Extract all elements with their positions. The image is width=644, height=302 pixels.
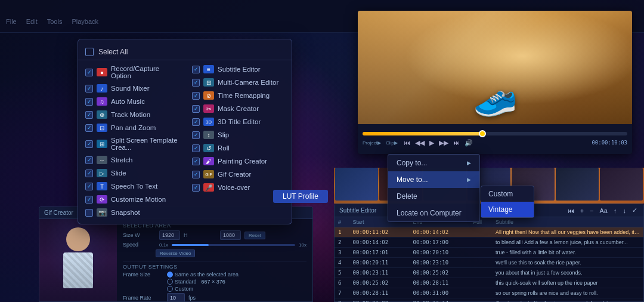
menu-cb-splitscreen[interactable] bbox=[85, 140, 93, 148]
table-row[interactable]: 4 00:00:20:11 00:00:23:10 We'll use this… bbox=[335, 258, 643, 268]
sub-down-btn[interactable]: ↓ bbox=[622, 207, 628, 214]
menu-item-gif[interactable]: GIF Gif Creator bbox=[185, 168, 292, 181]
play-btn[interactable]: ▶ bbox=[428, 139, 435, 147]
menu-item-automusic[interactable]: ♫ Auto Music bbox=[78, 95, 185, 108]
subtitle-table-body: 1 00:00:11:02 00:00:14:02 All right then… bbox=[335, 227, 643, 303]
speed-slider[interactable] bbox=[172, 244, 295, 246]
menu-item-3dtitle[interactable]: 3D 3D Title Editor bbox=[185, 115, 292, 128]
submenu-custom[interactable]: Custom bbox=[481, 186, 534, 202]
menu-cb-slip[interactable] bbox=[192, 131, 200, 139]
reverse-row: Reverse Video bbox=[123, 249, 306, 257]
size-w-input[interactable] bbox=[159, 230, 180, 240]
row-subtitle: this quick-soak will soften up the rice … bbox=[492, 278, 643, 288]
menu-item-slip[interactable]: ↕ Slip bbox=[185, 128, 292, 141]
select-all-item[interactable]: Select All bbox=[78, 44, 292, 60]
menu-cb-painting[interactable] bbox=[192, 158, 200, 165]
table-row[interactable]: 5 00:00:23:11 00:00:25:02 you about that… bbox=[335, 268, 643, 278]
menu-cb-3dtitle[interactable] bbox=[192, 118, 200, 126]
menu-item-panzoom[interactable]: ⊡ Pan and Zoom bbox=[78, 121, 185, 134]
thumb-6[interactable] bbox=[556, 168, 599, 201]
sub-skip-btn[interactable]: ⏮ bbox=[566, 207, 575, 214]
menu-item-slide[interactable]: ▷ Slide bbox=[78, 167, 185, 180]
same-as-selected-opt[interactable]: Same as the selected area bbox=[167, 272, 239, 278]
custom-radio[interactable] bbox=[167, 286, 173, 292]
row-end: 00:00:23:10 bbox=[410, 258, 470, 268]
table-row[interactable]: 1 00:00:11:02 00:00:14:02 All right then… bbox=[335, 227, 643, 238]
menu-cb-sound[interactable] bbox=[85, 85, 93, 93]
video-preview-panel: Project▶ Clip▶ ⏮ ◀◀ ▶ ▶▶ ⏭ 🔊 00:00:10:03 bbox=[358, 11, 632, 154]
size-h-input[interactable] bbox=[220, 230, 241, 240]
menu-cb-roll[interactable] bbox=[192, 144, 200, 152]
sub-confirm-btn[interactable]: ✓ bbox=[631, 207, 639, 214]
menu-item-trackmotion[interactable]: ⊕ Track Motion bbox=[78, 108, 185, 121]
table-row[interactable]: 6 00:00:25:02 00:00:28:11 this quick-soa… bbox=[335, 278, 643, 288]
timeline-bar[interactable] bbox=[363, 132, 627, 135]
menu-item-roll[interactable]: ↺ Roll bbox=[185, 141, 292, 155]
thumb-7[interactable] bbox=[600, 168, 643, 201]
ctx-move-to[interactable]: Move to... ▶ Custom Vintage bbox=[388, 171, 479, 188]
table-row[interactable]: 2 00:00:14:02 00:00:17:00 to blend all! … bbox=[335, 238, 643, 248]
menu-item-sound[interactable]: ♪ Sound Mixer bbox=[78, 82, 185, 95]
sub-remove-btn[interactable]: − bbox=[589, 207, 595, 214]
table-row[interactable]: 8 00:00:31:00 00:00:33:14 Great, you're … bbox=[335, 298, 643, 303]
menu-label-snapshot: Snapshot bbox=[111, 209, 140, 216]
menu-cb-slide[interactable] bbox=[85, 170, 93, 177]
table-row[interactable]: 3 00:00:17:01 00:00:20:10 true - filled … bbox=[335, 248, 643, 258]
timeline-handle[interactable] bbox=[479, 130, 486, 137]
menu-label-subtitle: Subtitle Editor bbox=[218, 66, 261, 73]
menu-cb-maskcreator[interactable] bbox=[192, 105, 200, 113]
menu-item-snapshot[interactable]: 📷 Snapshot bbox=[78, 206, 185, 219]
menu-cb-record[interactable] bbox=[85, 69, 93, 76]
menu-cb-speechtotext[interactable] bbox=[85, 183, 93, 190]
skip-back-btn[interactable]: ⏮ bbox=[402, 139, 411, 146]
skip-fwd-btn[interactable]: ⏭ bbox=[452, 139, 461, 146]
same-as-radio[interactable] bbox=[167, 272, 173, 278]
ctx-copy-to[interactable]: Copy to... ▶ bbox=[388, 155, 479, 171]
standard-radio[interactable] bbox=[167, 279, 173, 285]
ctx-locate[interactable]: Locate on Computer bbox=[388, 205, 479, 221]
menu-item-customizemotion[interactable]: ⟳ Customize Motion bbox=[78, 193, 185, 206]
menu-cb-stretch[interactable] bbox=[85, 156, 93, 164]
menu-cb-multicam[interactable] bbox=[192, 79, 200, 87]
menu-item-speechtotext[interactable]: T Speech To Text bbox=[78, 180, 185, 193]
menu-item-timeremap[interactable]: ⊘ Time Remapping bbox=[185, 89, 292, 102]
menu-item-splitscreen[interactable]: ⊞ Split Screen Template Crea... bbox=[78, 134, 185, 153]
select-all-checkbox[interactable] bbox=[85, 48, 94, 56]
row-num: 4 bbox=[335, 258, 349, 268]
standard-opt[interactable]: Standard bbox=[167, 279, 197, 285]
menu-item-stretch[interactable]: ↔ Stretch bbox=[78, 153, 185, 167]
menu-item-multicam[interactable]: ⊟ Multi-Camera Editor bbox=[185, 76, 292, 89]
menu-item-maskcreator[interactable]: ✂ Mask Creator bbox=[185, 102, 292, 115]
menu-cb-subtitle[interactable] bbox=[192, 66, 200, 73]
menu-cb-customizemotion[interactable] bbox=[85, 196, 93, 204]
menu-cb-gif[interactable] bbox=[192, 171, 200, 178]
step-fwd-btn[interactable]: ▶▶ bbox=[438, 139, 450, 147]
reset-btn[interactable]: Reset bbox=[244, 232, 265, 239]
menu-cb-voiceover[interactable] bbox=[192, 184, 200, 192]
menu-cb-trackmotion[interactable] bbox=[85, 111, 93, 119]
thumb-1[interactable] bbox=[335, 168, 378, 201]
reverse-video-btn[interactable]: Reverse Video bbox=[156, 249, 195, 257]
menu-icon-automusic: ♫ bbox=[97, 97, 107, 106]
video-image bbox=[358, 11, 632, 124]
step-back-btn[interactable]: ◀◀ bbox=[414, 139, 426, 147]
menu-item-subtitle[interactable]: ≡ Subtitle Editor bbox=[185, 63, 292, 76]
menu-cb-timeremap[interactable] bbox=[192, 92, 200, 100]
frame-rate-input[interactable] bbox=[167, 293, 185, 301]
menu-icon-speechtotext: T bbox=[97, 182, 107, 190]
lut-profile-label[interactable]: LUT Profile bbox=[273, 190, 328, 203]
menu-cb-panzoom[interactable] bbox=[85, 124, 93, 132]
menu-item-record[interactable]: ● Record/Capture Option bbox=[78, 63, 185, 82]
custom-opt[interactable]: Custom bbox=[167, 286, 193, 292]
sub-add-btn[interactable]: + bbox=[579, 207, 585, 214]
menu-item-painting[interactable]: 🖌 Painting Creator bbox=[185, 155, 292, 168]
volume-btn[interactable]: 🔊 bbox=[463, 139, 474, 147]
sub-font-btn[interactable]: Aa bbox=[599, 207, 609, 214]
ctx-delete[interactable]: Delete bbox=[388, 188, 479, 205]
col-subtitle: Subtitle bbox=[492, 217, 643, 227]
menu-cb-snapshot[interactable] bbox=[85, 209, 93, 217]
sub-up-btn[interactable]: ↑ bbox=[612, 207, 618, 214]
menu-cb-automusic[interactable] bbox=[85, 98, 93, 106]
table-row[interactable]: 7 00:00:28:11 00:00:31:00 so our spring … bbox=[335, 288, 643, 298]
submenu-vintage[interactable]: Vintage bbox=[481, 202, 534, 217]
